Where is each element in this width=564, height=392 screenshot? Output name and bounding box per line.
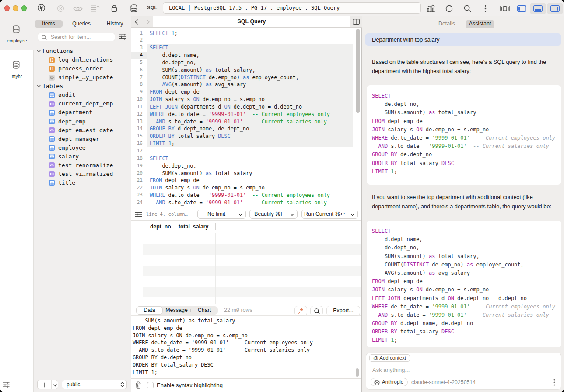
more-icon[interactable]	[484, 5, 487, 12]
line-number[interactable]: 18	[131, 155, 147, 162]
tab-chart[interactable]: Chart	[191, 306, 218, 315]
line-number[interactable]: 21	[131, 177, 147, 184]
ask-input-placeholder[interactable]: Ask anything...	[372, 367, 410, 373]
tree-section-tables[interactable]: Tables	[34, 82, 131, 91]
tab-assistant[interactable]: Assistant	[466, 20, 494, 28]
tree-item-salary[interactable]: salary	[34, 152, 131, 161]
tree-item-employee[interactable]: employee	[34, 144, 131, 152]
add-context-chip[interactable]: @ Add context	[369, 354, 410, 362]
tree-item-dept-em-est-date[interactable]: dept_em…est_date	[34, 126, 131, 135]
line-number[interactable]: 22	[131, 184, 147, 192]
editor-tab-title[interactable]: SQL Query	[219, 16, 284, 27]
database-icon[interactable]	[130, 4, 138, 12]
tab-history[interactable]: History	[101, 20, 129, 28]
toggle-right-panel-icon[interactable]	[550, 5, 560, 12]
line-number[interactable]: 9	[131, 88, 147, 96]
search-icon[interactable]	[464, 5, 471, 12]
connections-filter-icon[interactable]	[3, 382, 10, 388]
line-number[interactable]: 8	[131, 81, 147, 88]
code-line[interactable]: SELECT	[150, 155, 330, 162]
chart-icon[interactable]	[426, 4, 436, 12]
line-number[interactable]: 4	[131, 52, 147, 59]
line-number[interactable]: 3	[131, 44, 147, 52]
line-number[interactable]: 16	[131, 140, 147, 147]
code-line[interactable]: SUM(s.amount) as total_salary,	[150, 66, 330, 74]
code-line[interactable]: LEFT JOIN departments d ON de.dept_no = …	[150, 103, 330, 111]
conversation-title[interactable]: Department with top salary	[365, 33, 561, 46]
code-line[interactable]: LIMIT 1;	[150, 140, 330, 147]
split-view-icon[interactable]	[353, 19, 360, 24]
tree-item-simple-y-update[interactable]: simple_…y_update	[34, 73, 131, 82]
toggle-bottom-panel-icon[interactable]	[533, 5, 543, 12]
line-number[interactable]: 12	[131, 111, 147, 118]
zoom-window-button[interactable]	[21, 5, 27, 11]
connection-employee[interactable]: employee	[0, 16, 34, 50]
trash-icon[interactable]	[135, 382, 141, 389]
tab-details[interactable]: Details	[436, 20, 458, 28]
tree-item-audit[interactable]: audit	[34, 91, 131, 99]
line-number[interactable]: 5	[131, 59, 147, 66]
line-number[interactable]: 11	[131, 103, 147, 111]
add-item-button[interactable]	[37, 380, 58, 389]
code-line[interactable]: de.dept_no,	[150, 162, 330, 170]
column-divider[interactable]	[215, 223, 216, 230]
sql-editor[interactable]: 123456789101112131415161718192021222324 …	[131, 28, 361, 208]
code-line[interactable]: AND s.to_date = '9999-01-01' -- Current …	[150, 118, 330, 126]
code-line[interactable]	[150, 147, 330, 155]
code-line[interactable]: SELECT 1;	[150, 30, 330, 37]
column-header-dept-no[interactable]: dept_no	[150, 220, 171, 233]
code-line[interactable]: AND s.to_date = '9999-01-01' -- Current …	[150, 199, 330, 206]
results-grid[interactable]	[131, 233, 361, 304]
code-line[interactable]: AVG(s.amount) as avg_salary	[150, 81, 330, 88]
tree-item-test-renormalize[interactable]: test_renormalize	[34, 161, 131, 170]
line-number[interactable]: 20	[131, 170, 147, 177]
tree-item-test-vi-rmalized[interactable]: test_vi…rmalized	[34, 170, 131, 178]
code-line[interactable]: FROM dept_emp de	[150, 88, 330, 96]
tree-item-log-dml-erations[interactable]: {}log_dml…erations	[34, 56, 131, 64]
back-icon[interactable]	[134, 19, 138, 24]
line-number[interactable]: 15	[131, 133, 147, 140]
assistant-input-card[interactable]: @ Add context Ask anything... Anthropic …	[366, 353, 561, 390]
tab-queries[interactable]: Queries	[67, 20, 95, 28]
tree-item-department[interactable]: department	[34, 108, 131, 117]
chevron-expanded-icon[interactable]	[37, 85, 41, 88]
tree-item-title[interactable]: title	[34, 178, 131, 187]
tree-item-dept-emp[interactable]: dept_emp	[34, 117, 131, 126]
editor-settings-icon[interactable]	[135, 211, 142, 217]
line-number[interactable]: 13	[131, 118, 147, 126]
code-line[interactable]: JOIN salary s ON de.emp_no = s.emp_no	[150, 96, 330, 103]
line-number[interactable]: 10	[131, 96, 147, 103]
line-number[interactable]: 24	[131, 199, 147, 206]
chevron-expanded-icon[interactable]	[37, 50, 41, 52]
line-number[interactable]: 19	[131, 162, 147, 170]
assistant-more-icon[interactable]	[553, 379, 555, 386]
code-line[interactable]: SELECT	[150, 44, 330, 52]
connect-icon[interactable]	[38, 4, 45, 12]
lock-icon[interactable]	[111, 4, 118, 12]
code-line[interactable]: WHERE de.to_date = '9999-01-01' -- Curre…	[150, 111, 330, 118]
console-scrollbar[interactable]	[356, 368, 359, 377]
code-line[interactable]: de.dept_no,	[150, 59, 330, 66]
forward-icon[interactable]	[146, 19, 150, 24]
center-panes-icon[interactable]	[500, 6, 510, 11]
code-line[interactable]: FROM dept_emp de	[150, 177, 330, 184]
beautify-dropdown[interactable]: Beautify ⌘I	[249, 210, 298, 219]
minimize-window-button[interactable]	[13, 5, 18, 11]
code-line[interactable]: SUM(s.amount) as total_salary	[150, 170, 330, 177]
column-header-total-salary[interactable]: total_salary	[179, 220, 208, 233]
tree-section-functions[interactable]: Functions	[34, 47, 131, 56]
message-console[interactable]: SUM(s.amount) as total_salaryFROM dept_e…	[131, 316, 361, 378]
tree-item-dept-manager[interactable]: dept_manager	[34, 135, 131, 144]
line-number[interactable]: 14	[131, 125, 147, 133]
code-line[interactable]: GROUP BY d.dept_name, de.dept_no	[150, 125, 330, 133]
export-button[interactable]: Export...	[326, 306, 360, 316]
schema-select[interactable]: public	[62, 380, 127, 389]
line-number[interactable]: 1	[131, 30, 147, 37]
tab-message[interactable]: Message	[163, 306, 190, 315]
editor-scrollbar[interactable]	[356, 29, 360, 113]
line-number[interactable]: 6	[131, 66, 147, 74]
line-number[interactable]: 23	[131, 192, 147, 199]
toggle-left-panel-icon[interactable]	[517, 5, 526, 12]
sidebar-search-input[interactable]: Search for item...	[38, 33, 115, 41]
provider-pill[interactable]: Anthropic	[371, 378, 408, 386]
